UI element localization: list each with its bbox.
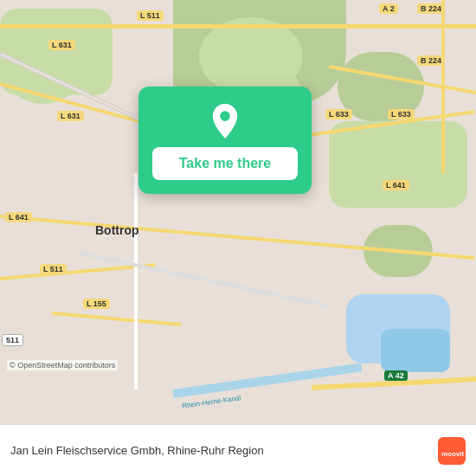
label-l631a: L 631: [48, 40, 75, 50]
map-pin-icon: [208, 104, 242, 138]
popup-card: Take me there: [138, 87, 312, 194]
label-a42: A 42: [384, 370, 408, 381]
label-l633a: L 633: [325, 109, 352, 119]
svg-point-0: [220, 111, 230, 121]
svg-text:moovit: moovit: [441, 449, 465, 457]
copyright-text: © OpenStreetMap contributors: [7, 360, 118, 370]
label-l631b: L 631: [57, 111, 84, 121]
city-label: Bottrop: [95, 223, 139, 237]
label-l633b: L 633: [388, 109, 415, 119]
green-area-7: [329, 121, 467, 208]
water-area-2: [381, 329, 450, 372]
road-top-horiz: [0, 24, 476, 29]
road-vert-center: [134, 173, 138, 389]
label-a2: A 2: [379, 3, 398, 14]
label-511: 511: [2, 334, 23, 346]
label-l641c: L 641: [5, 212, 32, 222]
label-l641b: L 641: [383, 180, 409, 190]
bottom-bar: Jan Lein Fleischservice Gmbh, Rhine-Ruhr…: [0, 424, 476, 476]
label-l511b: L 511: [40, 264, 67, 274]
label-b224: B 224: [417, 3, 445, 14]
label-l155: L 155: [83, 299, 110, 309]
location-name: Jan Lein Fleischservice Gmbh, Rhine-Ruhr…: [10, 444, 438, 457]
map-container: Rhein-Herne-Kanal A 2 B 224 B 224 L 511 …: [0, 0, 476, 424]
moovit-icon: moovit: [438, 437, 466, 465]
label-b224b: B 224: [417, 55, 445, 66]
take-me-there-button[interactable]: Take me there: [152, 147, 298, 180]
label-l511top: L 511: [137, 10, 164, 21]
moovit-logo: moovit: [438, 437, 466, 465]
